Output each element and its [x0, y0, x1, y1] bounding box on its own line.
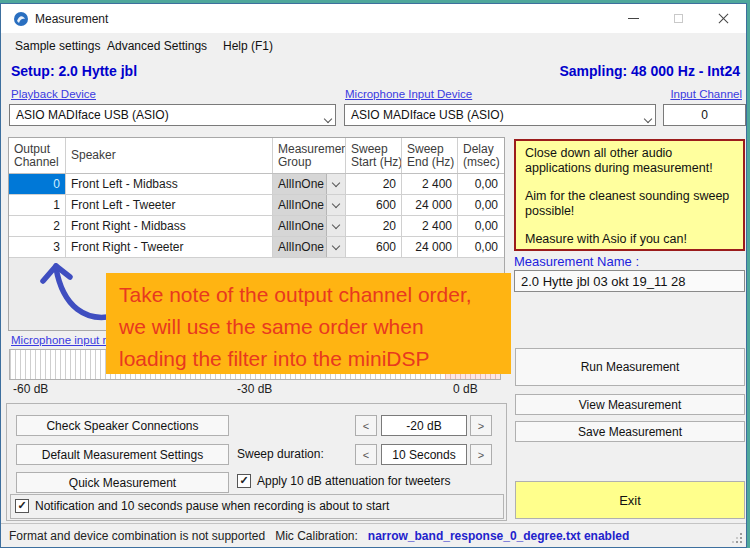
- menu-bar: Sample settings Advanced Settings Help (…: [1, 33, 746, 59]
- chevron-down-icon: [325, 111, 331, 125]
- group-cell[interactable]: AllInOne: [273, 216, 346, 236]
- mic-calibration-value: narrow_band_response_0_degree.txt enable…: [368, 529, 629, 543]
- close-icon: [718, 13, 730, 25]
- minimize-button[interactable]: [616, 4, 650, 33]
- menu-sample-settings[interactable]: Sample settings: [15, 39, 100, 53]
- channel-table: OutputChannel Speaker MeasurementGroup S…: [9, 138, 504, 258]
- sweep-start-cell[interactable]: 600: [346, 195, 402, 215]
- level-value-field[interactable]: -20 dB: [381, 415, 467, 436]
- channel-cell[interactable]: 0: [9, 174, 66, 194]
- table-row[interactable]: 1 Front Left - Tweeter AllInOne 600 24 0…: [9, 195, 504, 216]
- sweep-start-cell[interactable]: 20: [346, 216, 402, 236]
- chevron-down-icon[interactable]: [327, 174, 345, 194]
- sweep-end-cell[interactable]: 24 000: [402, 237, 458, 257]
- sweep-start-cell[interactable]: 600: [346, 237, 402, 257]
- sampling-label: Sampling: 48 000 Hz - Int24: [560, 63, 741, 79]
- chevron-down-icon[interactable]: [327, 195, 345, 215]
- speaker-cell[interactable]: Front Right - Midbass: [66, 216, 273, 236]
- table-row[interactable]: 0 Front Left - Midbass AllInOne 20 2 400…: [9, 174, 504, 195]
- mic-input-level-label: Microphone input r: [11, 334, 106, 346]
- group-cell[interactable]: AllInOne: [273, 237, 346, 257]
- input-channel-label[interactable]: Input Channel: [670, 88, 742, 100]
- default-measurement-settings-button[interactable]: Default Measurement Settings: [16, 444, 229, 465]
- scale-minus30: -30 dB: [237, 382, 272, 396]
- maximize-icon: [674, 14, 683, 23]
- delay-cell[interactable]: 0,00: [458, 174, 503, 194]
- annotation-line: we will use the same order when: [119, 311, 511, 343]
- duration-value-field[interactable]: 10 Seconds: [381, 444, 467, 465]
- note-line: Aim for the cleanest sounding sweep poss…: [525, 189, 734, 219]
- menu-help[interactable]: Help (F1): [223, 39, 273, 53]
- run-measurement-button[interactable]: Run Measurement: [515, 348, 745, 386]
- annotation-line: loading the filter into the miniDSP: [119, 343, 511, 375]
- delay-cell[interactable]: 0,00: [458, 195, 503, 215]
- setup-label: Setup: 2.0 Hytte jbl: [11, 63, 137, 79]
- sweep-duration-label: Sweep duration:: [237, 447, 324, 461]
- measurement-name-label: Measurement Name :: [514, 254, 639, 269]
- attenuation-checkbox-label: Apply 10 dB attenuation for tweeters: [257, 474, 450, 488]
- quick-measurement-button[interactable]: Quick Measurement: [16, 472, 229, 493]
- window-title: Measurement: [35, 12, 108, 26]
- notification-checkbox-row[interactable]: Notification and 10 seconds pause when r…: [15, 499, 389, 513]
- hand-drawn-arrow: [17, 254, 117, 322]
- measurement-name-field[interactable]: 2.0 Hytte jbl 03 okt 19_11 28: [514, 270, 745, 292]
- playback-device-select[interactable]: ASIO MADIface USB (ASIO): [9, 104, 336, 126]
- sweep-end-cell[interactable]: 2 400: [402, 216, 458, 236]
- delay-cell[interactable]: 0,00: [458, 237, 503, 257]
- checkbox-checked-icon[interactable]: [237, 474, 251, 488]
- minimize-icon: [628, 18, 639, 19]
- duration-increase-button[interactable]: >: [470, 444, 492, 465]
- annotation-line: Take note of the output channel order,: [119, 279, 511, 311]
- menu-advanced-settings[interactable]: Advanced Settings: [107, 39, 207, 53]
- duration-decrease-button[interactable]: <: [355, 444, 377, 465]
- annotation-overlay: Take note of the output channel order, w…: [106, 273, 511, 374]
- app-icon: [13, 11, 29, 27]
- sweep-end-cell[interactable]: 2 400: [402, 174, 458, 194]
- attenuation-checkbox-row[interactable]: Apply 10 dB attenuation for tweeters: [237, 474, 450, 488]
- measurement-window: Measurement Sample settings Advanced Set…: [0, 3, 747, 548]
- input-channel-value: 0: [701, 108, 708, 122]
- maximize-button[interactable]: [661, 4, 695, 33]
- notification-checkbox-label: Notification and 10 seconds pause when r…: [35, 499, 389, 513]
- status-bar: Format and device combination is not sup…: [1, 523, 746, 547]
- chevron-down-icon[interactable]: [327, 237, 345, 257]
- mic-device-label[interactable]: Microphone Input Device: [345, 88, 472, 100]
- status-message: Format and device combination is not sup…: [9, 529, 265, 543]
- resize-grip-icon[interactable]: [732, 533, 743, 544]
- title-bar: Measurement: [1, 4, 746, 33]
- mic-calibration-label: Mic Calibration:: [275, 529, 358, 543]
- input-channel-field[interactable]: 0: [663, 104, 746, 126]
- table-row[interactable]: 2 Front Right - Midbass AllInOne 20 2 40…: [9, 216, 504, 237]
- sweep-start-cell[interactable]: 20: [346, 174, 402, 194]
- chevron-down-icon: [645, 111, 651, 125]
- note-line: Measure with Asio if you can!: [525, 232, 734, 247]
- measurement-name-value: 2.0 Hytte jbl 03 okt 19_11 28: [521, 274, 686, 289]
- scale-zero: 0 dB: [453, 382, 478, 396]
- delay-cell[interactable]: 0,00: [458, 216, 503, 236]
- instruction-note: Close down all other audio applications …: [514, 139, 745, 251]
- note-line: Close down all other audio applications …: [525, 146, 734, 176]
- level-decrease-button[interactable]: <: [355, 415, 377, 436]
- chevron-down-icon[interactable]: [327, 216, 345, 236]
- channel-cell[interactable]: 1: [9, 195, 66, 215]
- sweep-end-cell[interactable]: 24 000: [402, 195, 458, 215]
- mic-device-value: ASIO MADIface USB (ASIO): [351, 108, 504, 122]
- mic-device-select[interactable]: ASIO MADIface USB (ASIO): [344, 104, 656, 126]
- level-increase-button[interactable]: >: [470, 415, 492, 436]
- group-cell[interactable]: AllInOne: [273, 195, 346, 215]
- table-header-row: OutputChannel Speaker MeasurementGroup S…: [9, 138, 504, 174]
- channel-cell[interactable]: 2: [9, 216, 66, 236]
- checkbox-checked-icon[interactable]: [15, 499, 29, 513]
- playback-device-label[interactable]: Playback Device: [11, 88, 96, 100]
- speaker-cell[interactable]: Front Left - Tweeter: [66, 195, 273, 215]
- save-measurement-button[interactable]: Save Measurement: [515, 421, 745, 442]
- group-cell[interactable]: AllInOne: [273, 174, 346, 194]
- view-measurement-button[interactable]: View Measurement: [515, 394, 745, 415]
- playback-device-value: ASIO MADIface USB (ASIO): [16, 108, 169, 122]
- scale-minus60: -60 dB: [13, 382, 48, 396]
- speaker-cell[interactable]: Front Left - Midbass: [66, 174, 273, 194]
- exit-button[interactable]: Exit: [515, 481, 745, 519]
- close-button[interactable]: [707, 4, 741, 33]
- check-speaker-connections-button[interactable]: Check Speaker Connections: [16, 415, 229, 436]
